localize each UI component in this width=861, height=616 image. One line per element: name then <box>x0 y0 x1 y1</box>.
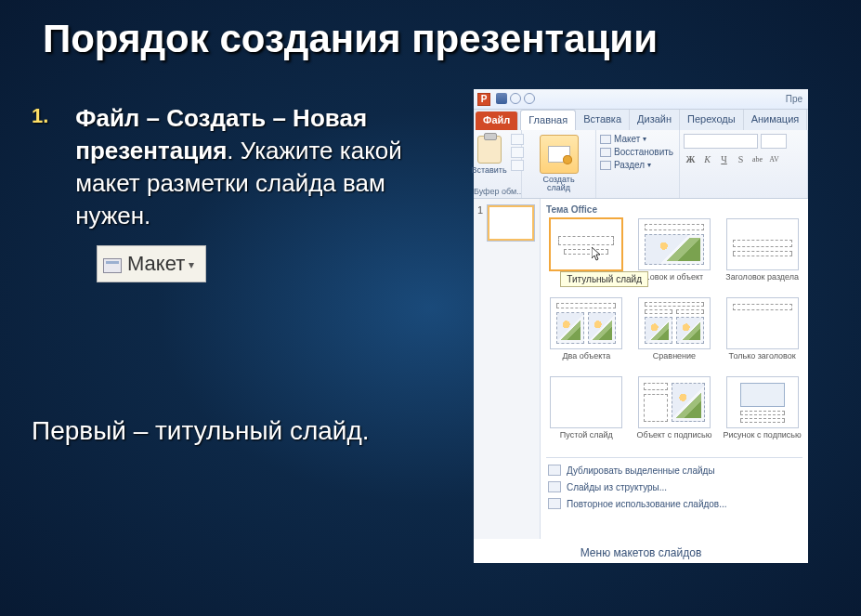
paste-icon[interactable] <box>477 136 502 164</box>
tab-home[interactable]: Главная <box>520 110 576 130</box>
redo-icon[interactable] <box>524 93 535 104</box>
layout-button-example: Макет▾ <box>97 245 206 282</box>
gallery-menu: Дублировать выделенные слайды Слайды из … <box>546 457 802 512</box>
layout-label: Только заголовок <box>722 352 802 371</box>
tab-insert[interactable]: Вставка <box>576 110 630 130</box>
chevron-down-icon: ▾ <box>647 161 651 169</box>
layout-label: Сравнение <box>634 352 715 371</box>
layout-label: Заголовок раздела <box>722 273 802 292</box>
quick-access[interactable] <box>496 93 535 106</box>
page-title: Порядок создания презентации <box>43 17 842 61</box>
app-icon: P <box>477 93 490 106</box>
layout-title-slide[interactable]: Титульный слайд Титульн.. <box>546 218 627 292</box>
layout-label: Пустой слайд <box>546 431 627 450</box>
window-title-fragment: Пре <box>786 94 808 104</box>
tab-design[interactable]: Дизайн <box>630 110 680 130</box>
cursor-icon <box>592 247 603 262</box>
group-clipboard: Вставить Буфер обм... <box>474 130 522 198</box>
bold-button[interactable]: Ж <box>684 152 698 166</box>
layout-icon-small <box>600 135 611 144</box>
font-size-box[interactable] <box>761 134 787 149</box>
group-label-clipboard: Буфер обм... <box>474 187 521 196</box>
chevron-down-icon: ▾ <box>189 257 194 272</box>
list-number: 1. <box>32 102 69 130</box>
menu-duplicate[interactable]: Дублировать выделенные слайды <box>546 462 802 478</box>
slide-nav[interactable]: 1 <box>474 199 541 539</box>
spacing-button[interactable]: AV <box>767 152 781 166</box>
layout-label: Макет <box>127 252 185 275</box>
duplicate-icon <box>548 465 561 476</box>
layout-dropdown[interactable]: Макет ▾ <box>600 134 673 144</box>
italic-button[interactable]: К <box>700 152 714 166</box>
underline-button[interactable]: Ч <box>717 152 731 166</box>
ribbon-tabs[interactable]: Файл Главная Вставка Дизайн Переходы Ани… <box>474 110 808 130</box>
menu-outline[interactable]: Слайды из структуры... <box>546 478 802 495</box>
paragraph-summary: Первый – титульный слайд. <box>32 416 422 446</box>
undo-icon[interactable] <box>510 93 521 104</box>
menu-reuse[interactable]: Повторное использование слайдов... <box>546 495 802 512</box>
shadow-button[interactable]: abe <box>750 152 764 166</box>
paste-label[interactable]: Вставить <box>471 165 506 175</box>
titlebar: P Пре <box>474 89 808 110</box>
layout-section-header[interactable]: Заголовок раздела <box>722 218 802 292</box>
layout-picture-caption[interactable]: Рисунок с подписью <box>722 376 802 450</box>
slide-icon <box>548 146 570 163</box>
outline-icon <box>548 481 561 492</box>
strike-button[interactable]: S <box>734 152 748 166</box>
tab-transitions[interactable]: Переходы <box>680 110 744 130</box>
layout-icon <box>103 258 122 273</box>
layout-gallery: Тема Office Титульный слайд Титульн.. <box>541 199 808 539</box>
group-font: Ж К Ч S abe AV <box>680 130 808 198</box>
tooltip: Титульный слайд <box>560 271 648 287</box>
tab-file[interactable]: Файл <box>476 111 518 130</box>
font-name-box[interactable] <box>684 134 758 149</box>
layout-blank[interactable]: Пустой слайд <box>546 376 627 450</box>
section-button[interactable]: Раздел ▾ <box>600 160 673 170</box>
reuse-icon <box>548 498 561 509</box>
reset-button[interactable]: Восстановить <box>600 147 673 157</box>
layout-label: Рисунок с подписью <box>722 431 802 450</box>
group-slides-options: Макет ▾ Восстановить Раздел ▾ <box>596 130 680 198</box>
tab-animation[interactable]: Анимация <box>744 110 808 130</box>
section-label: Раздел <box>614 160 645 170</box>
menu-label: Дублировать выделенные слайды <box>567 465 715 476</box>
screenshot-caption: Меню макетов слайдов <box>474 546 808 559</box>
save-icon[interactable] <box>496 93 507 104</box>
new-slide-label[interactable]: Создать слайд <box>542 176 574 192</box>
layout-label: Два объекта <box>546 352 627 371</box>
gallery-header: Тема Office <box>546 203 802 218</box>
step-text: Файл – Создать – Новая презентация. Укаж… <box>75 102 437 232</box>
slide-thumbnail[interactable] <box>487 204 535 242</box>
work-area: 1 Тема Office Титульный слайд <box>474 199 808 539</box>
layout-title-only[interactable]: Только заголовок <box>722 297 802 371</box>
layout-comparison[interactable]: Сравнение <box>634 297 715 371</box>
menu-label: Повторное использование слайдов... <box>567 499 727 509</box>
thumb-number: 1 <box>477 204 483 216</box>
menu-label: Слайды из структуры... <box>567 482 667 492</box>
new-slide-button[interactable] <box>540 135 579 174</box>
chevron-down-icon: ▾ <box>643 135 646 143</box>
layout-label: Объект с подписью <box>634 431 715 450</box>
step-list: 1. Файл – Создать – Новая презентация. У… <box>32 102 450 282</box>
layout-content-caption[interactable]: Объект с подписью <box>634 376 715 450</box>
layout-two-content[interactable]: Два объекта <box>546 297 627 371</box>
group-slides-newslide: Создать слайд <box>522 130 596 198</box>
reset-label: Восстановить <box>614 147 673 157</box>
ribbon: Вставить Буфер обм... Создать слайд Маке… <box>474 130 808 199</box>
section-icon <box>600 161 611 170</box>
powerpoint-screenshot: P Пре Файл Главная Вставка Дизайн Перехо… <box>474 89 808 563</box>
gallery-grid: Титульный слайд Титульн.. ..овок и объек… <box>546 218 802 450</box>
layout-label-small: Макет <box>614 134 640 144</box>
reset-icon <box>600 148 611 157</box>
